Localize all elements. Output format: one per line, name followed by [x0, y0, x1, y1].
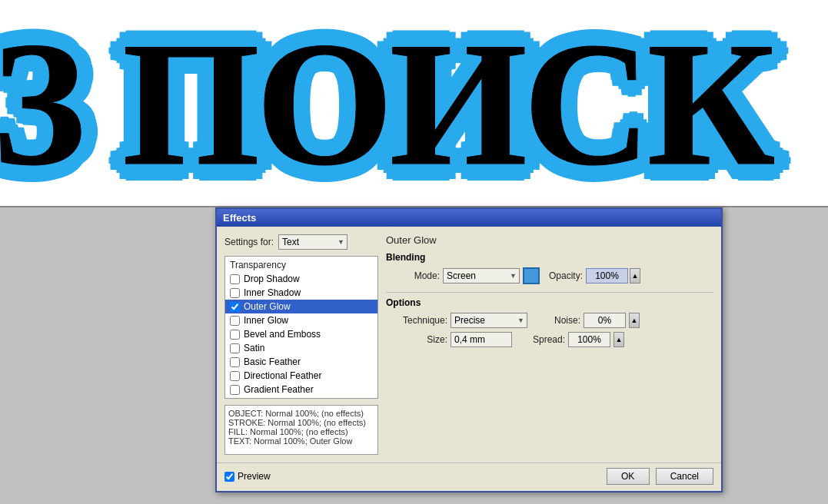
bevel-emboss-label: Bevel and Emboss — [244, 329, 321, 340]
outer-glow-label: Outer Glow — [244, 301, 291, 312]
size-input[interactable] — [451, 332, 512, 347]
inner-glow-checkbox[interactable] — [230, 316, 240, 326]
summary-line-3: FILL: Normal 100%; (no effects) — [228, 427, 374, 436]
button-row: OK Cancel — [607, 468, 713, 485]
spread-group: Spread: ▲ — [530, 332, 624, 347]
right-panel: Outer Glow Blending Mode: Screen Normal … — [386, 234, 713, 455]
size-label: Size: — [386, 334, 447, 345]
outer-glow-checkbox[interactable] — [230, 302, 240, 312]
directional-feather-label: Directional Feather — [244, 370, 321, 381]
noise-input[interactable] — [584, 313, 626, 328]
spread-input[interactable] — [568, 332, 610, 347]
color-swatch[interactable] — [523, 267, 540, 284]
technique-select[interactable]: Precise Softer — [451, 313, 527, 328]
mode-select[interactable]: Screen Normal Multiply Overlay — [443, 268, 520, 284]
basic-feather-checkbox[interactable] — [230, 357, 240, 367]
effect-item-directional-feather[interactable]: Directional Feather — [225, 369, 377, 383]
cancel-button[interactable]: Cancel — [656, 468, 713, 485]
effect-item-bevel-emboss[interactable]: Bevel and Emboss — [225, 327, 377, 341]
satin-label: Satin — [244, 343, 264, 353]
opacity-input[interactable] — [586, 268, 628, 284]
summary-line-1: OBJECT: Normal 100%; (no effects) — [228, 409, 374, 418]
dialog-title: Effects — [223, 212, 256, 224]
dialog-bottom: Preview OK Cancel — [217, 463, 721, 491]
bevel-emboss-checkbox[interactable] — [230, 330, 240, 340]
effect-item-drop-shadow[interactable]: Drop Shadow — [225, 272, 377, 286]
opacity-input-wrapper: ▲ — [586, 268, 640, 284]
size-spread-row: Size: Spread: ▲ — [386, 332, 713, 347]
effects-dialog: Effects Settings for: Text Object Graphi… — [215, 207, 723, 492]
noise-stepper[interactable]: ▲ — [629, 313, 640, 328]
drop-shadow-label: Drop Shadow — [244, 274, 300, 284]
opacity-label: Opacity: — [543, 270, 583, 281]
effect-item-gradient-feather[interactable]: Gradient Feather — [225, 383, 377, 396]
noise-group: Noise: ▲ — [546, 313, 640, 328]
noise-label: Noise: — [546, 315, 580, 326]
satin-checkbox[interactable] — [230, 343, 240, 353]
mode-select-wrapper[interactable]: Screen Normal Multiply Overlay — [443, 268, 520, 284]
gradient-feather-checkbox[interactable] — [230, 385, 240, 395]
technique-select-wrapper[interactable]: Precise Softer — [451, 313, 527, 328]
drop-shadow-checkbox[interactable] — [230, 274, 240, 284]
effect-item-outer-glow[interactable]: Outer Glow — [225, 300, 377, 313]
inner-shadow-checkbox[interactable] — [230, 288, 240, 298]
options-section: Options Technique: Precise Softer Noise:… — [386, 297, 713, 347]
summary-line-4: TEXT: Normal 100%; Outer Glow — [228, 436, 374, 446]
blending-section: Blending Mode: Screen Normal Multiply Ov… — [386, 252, 713, 284]
summary-line-2: STROKE: Normal 100%; (no effects) — [228, 418, 374, 427]
spread-label: Spread: — [530, 334, 565, 345]
canvas-text: З ПОИСК — [0, 2, 771, 206]
mode-row: Mode: Screen Normal Multiply Overlay Opa… — [386, 267, 713, 284]
inner-shadow-label: Inner Shadow — [244, 287, 301, 298]
effects-list: Transparency Drop Shadow Inner Shadow Ou… — [224, 256, 378, 399]
opacity-stepper-up[interactable]: ▲ — [630, 268, 640, 284]
dialog-titlebar: Effects — [217, 209, 721, 227]
settings-for-label: Settings for: — [224, 237, 274, 247]
canvas-area: З ПОИСК — [0, 0, 828, 207]
mode-label: Mode: — [386, 270, 440, 281]
outer-glow-section-title: Outer Glow — [386, 234, 713, 246]
divider — [386, 292, 713, 293]
technique-label: Technique: — [386, 315, 447, 326]
basic-feather-label: Basic Feather — [244, 356, 301, 367]
settings-for-select[interactable]: Text Object Graphic — [278, 234, 347, 250]
summary-area: OBJECT: Normal 100%; (no effects) STROKE… — [224, 405, 378, 455]
blending-label: Blending — [386, 252, 713, 263]
ok-button[interactable]: OK — [607, 468, 650, 485]
effect-item-inner-glow[interactable]: Inner Glow — [225, 313, 377, 327]
preview-label: Preview — [238, 471, 271, 482]
dialog-body: Settings for: Text Object Graphic Transp… — [217, 227, 721, 463]
effect-item-satin[interactable]: Satin — [225, 341, 377, 355]
left-panel: Settings for: Text Object Graphic Transp… — [224, 234, 378, 455]
settings-for-select-wrapper[interactable]: Text Object Graphic — [278, 234, 347, 250]
effect-item-basic-feather[interactable]: Basic Feather — [225, 355, 377, 369]
directional-feather-checkbox[interactable] — [230, 371, 240, 381]
effect-item-inner-shadow[interactable]: Inner Shadow — [225, 286, 377, 300]
preview-row: Preview — [224, 471, 271, 482]
preview-checkbox[interactable] — [224, 472, 234, 482]
spread-stepper[interactable]: ▲ — [614, 332, 624, 347]
gradient-feather-label: Gradient Feather — [244, 384, 314, 395]
settings-for-row: Settings for: Text Object Graphic — [224, 234, 378, 250]
technique-noise-row: Technique: Precise Softer Noise: ▲ — [386, 313, 713, 328]
transparency-header: Transparency — [225, 258, 377, 272]
options-label: Options — [386, 297, 713, 308]
inner-glow-label: Inner Glow — [244, 315, 288, 326]
